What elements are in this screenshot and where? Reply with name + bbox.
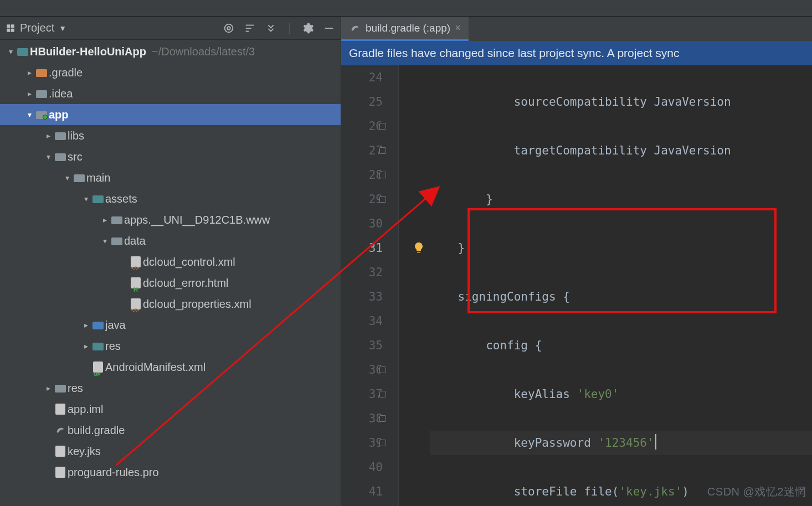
gradle-icon [349, 23, 361, 33]
project-name: HBuilder-HelloUniApp [30, 41, 146, 62]
file-icon [55, 404, 65, 415]
manifest-file-icon [93, 362, 103, 373]
tree-item-gradle[interactable]: ▸ .gradle [0, 62, 341, 83]
chevron-down-icon: ▾ [6, 41, 16, 62]
tree-item-apps-www[interactable]: ▸ apps.__UNI__D912C1B.www [0, 209, 341, 230]
chevron-right-icon: ▸ [43, 378, 53, 399]
tree-item-res-outer[interactable]: ▸ res [0, 378, 341, 399]
tree-item-data[interactable]: ▾ data [0, 230, 341, 251]
file-icon [55, 467, 65, 478]
tree-item-dcloud-control[interactable]: ▸ dcloud_control.xml [0, 251, 341, 272]
chevron-down-icon: ▾ [62, 167, 72, 188]
xml-file-icon [131, 298, 141, 309]
minimize-icon[interactable] [323, 22, 335, 34]
folder-icon [36, 68, 47, 77]
tree-item-manifest[interactable]: ▸ AndroidManifest.xml [0, 357, 341, 378]
fold-marker-icon[interactable] [379, 440, 386, 446]
svg-rect-0 [7, 24, 10, 28]
fold-marker-icon[interactable] [379, 123, 386, 130]
tab-label: build.gradle (:app) [366, 22, 450, 34]
res-folder-icon [92, 342, 104, 350]
module-folder-icon [17, 47, 28, 56]
project-tool-header: Project ▼ [0, 17, 341, 40]
svg-point-4 [225, 24, 233, 32]
chevron-down-icon: ▾ [24, 104, 34, 125]
fold-marker-icon[interactable] [379, 196, 386, 203]
chevron-right-icon: ▸ [81, 314, 91, 335]
gradle-icon [54, 425, 66, 435]
expand-icon[interactable] [265, 22, 277, 34]
project-root[interactable]: ▾ HBuilder-HelloUniApp ~/Downloads/lates… [0, 41, 341, 62]
assets-folder-icon [92, 194, 104, 203]
tree-item-key-jks[interactable]: ▸ key.jks [0, 441, 341, 462]
text-cursor [655, 434, 656, 450]
folder-icon [111, 215, 122, 224]
divider [289, 23, 290, 34]
chevron-right-icon: ▸ [81, 335, 91, 357]
chevron-down-icon: ▾ [81, 188, 91, 209]
svg-rect-6 [246, 24, 254, 25]
sort-icon[interactable] [244, 22, 256, 34]
folder-icon [74, 173, 85, 182]
fold-marker-icon[interactable] [379, 366, 386, 373]
sync-banner[interactable]: Gradle files have changed since last pro… [341, 41, 812, 65]
chevron-down-icon: ▾ [43, 146, 53, 167]
html-file-icon [131, 277, 141, 288]
project-title: Project [20, 22, 54, 34]
fold-marker-icon[interactable] [379, 172, 386, 178]
editor-pane: build.gradle (:app) × Gradle files have … [341, 17, 812, 506]
watermark: CSDN @戏忆2迷惘 [707, 484, 806, 499]
tree-item-dcloud-properties[interactable]: ▸ dcloud_properties.xml [0, 293, 341, 314]
svg-rect-9 [325, 28, 333, 29]
chevron-right-icon: ▸ [100, 209, 110, 230]
gear-icon[interactable] [302, 22, 314, 34]
tree-item-proguard[interactable]: ▸ proguard-rules.pro [0, 462, 341, 483]
close-icon[interactable]: × [455, 22, 461, 34]
project-icon [6, 23, 16, 33]
module-folder-icon [36, 110, 47, 119]
tree-item-src[interactable]: ▾ src [0, 146, 341, 167]
editor-tab-active[interactable]: build.gradle (:app) × [341, 17, 469, 41]
svg-rect-3 [11, 28, 14, 32]
tree-item-app[interactable]: ▾ app [0, 104, 341, 125]
code-lines[interactable]: sourceCompatibility JavaVersion targetCo… [399, 65, 812, 506]
tree-item-main[interactable]: ▾ main [0, 167, 341, 188]
project-tree[interactable]: ▾ HBuilder-HelloUniApp ~/Downloads/lates… [0, 40, 341, 506]
folder-icon [55, 152, 66, 161]
java-folder-icon [92, 321, 104, 329]
tree-item-assets[interactable]: ▾ assets [0, 188, 341, 209]
tree-item-app-iml[interactable]: ▸ app.iml [0, 399, 341, 420]
target-icon[interactable] [223, 22, 235, 34]
tree-item-build-gradle[interactable]: ▸ build.gradle [0, 420, 341, 441]
file-icon [55, 446, 65, 457]
svg-rect-2 [7, 28, 10, 32]
gutter: 24 25 26 27 28 29 30 31 32 33 34 35 36 3… [341, 65, 399, 506]
chevron-right-icon: ▸ [43, 125, 53, 146]
chevron-right-icon: ▸ [24, 62, 34, 83]
fold-marker-icon[interactable] [379, 415, 386, 422]
code-editor[interactable]: 24 25 26 27 28 29 30 31 32 33 34 35 36 3… [341, 65, 812, 506]
top-toolbar [0, 0, 812, 17]
folder-icon [55, 384, 66, 393]
xml-file-icon [131, 256, 141, 267]
project-sidebar: Project ▼ ▾ HBuilder-HelloUniApp ~/Downl… [0, 17, 341, 506]
folder-icon [36, 89, 47, 98]
chevron-right-icon: ▸ [24, 83, 34, 104]
chevron-down-icon: ▾ [100, 230, 110, 251]
project-path: ~/Downloads/latest/3 [152, 41, 255, 62]
svg-rect-8 [246, 30, 249, 32]
fold-marker-icon[interactable] [379, 147, 386, 154]
folder-icon [111, 236, 122, 245]
project-view-selector[interactable]: Project ▼ [6, 22, 66, 34]
svg-rect-7 [246, 28, 251, 29]
tree-item-idea[interactable]: ▸ .idea [0, 83, 341, 104]
tree-item-java[interactable]: ▸ java [0, 314, 341, 335]
tree-item-dcloud-error[interactable]: ▸ dcloud_error.html [0, 272, 341, 293]
fold-marker-icon[interactable] [379, 391, 386, 397]
tree-item-res-inner[interactable]: ▸ res [0, 335, 341, 357]
svg-rect-1 [11, 24, 14, 28]
tree-item-libs[interactable]: ▸ libs [0, 125, 341, 146]
chevron-down-icon: ▼ [59, 24, 66, 33]
svg-point-5 [227, 27, 230, 30]
folder-icon [55, 131, 66, 140]
